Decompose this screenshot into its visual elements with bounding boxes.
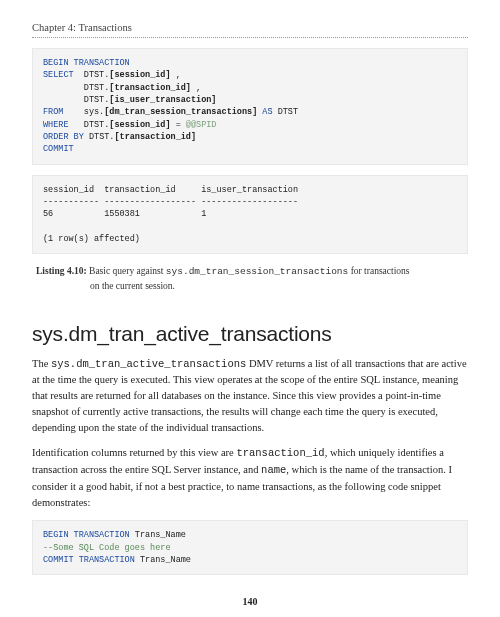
page-number: 140 xyxy=(0,596,500,607)
code-token: = xyxy=(171,120,186,130)
code-token: AS xyxy=(257,107,272,117)
result-row: 56 1550381 1 xyxy=(43,209,206,219)
chapter-header: Chapter 4: Transactions xyxy=(32,22,468,38)
code-token: SELECT xyxy=(43,70,74,80)
section-title: sys.dm_tran_active_transactions xyxy=(32,322,468,346)
code-token: [session_id] xyxy=(109,120,170,130)
body-paragraph-1: The sys.dm_tran_active_transactions DMV … xyxy=(32,356,468,436)
code-token: BEGIN xyxy=(43,58,69,68)
code-token: TRANSACTION xyxy=(69,58,130,68)
result-separator: ----------- ------------------ ---------… xyxy=(43,197,298,207)
code-token: [session_id] xyxy=(109,70,170,80)
code-token: [transaction_id] xyxy=(109,83,191,93)
code-token: DTST xyxy=(273,107,299,117)
code-block-2: BEGIN TRANSACTION Trans_Name --Some SQL … xyxy=(32,520,468,575)
text: Identification columns returned by this … xyxy=(32,447,236,458)
code-token: TRANSACTION xyxy=(69,530,130,540)
code-block-1: BEGIN TRANSACTION SELECT DTST.[session_i… xyxy=(32,48,468,165)
code-token: WHERE xyxy=(43,120,69,130)
code-token: Trans_Name xyxy=(130,530,186,540)
code-token: [is_user_transaction] xyxy=(109,95,216,105)
code-token: TRANSACTION xyxy=(74,555,135,565)
code-token: DTST. xyxy=(43,95,109,105)
inline-code: name xyxy=(261,464,286,476)
listing-text: Basic query against xyxy=(87,266,166,276)
code-token: DTST. xyxy=(84,132,115,142)
code-token: COMMIT xyxy=(43,144,74,154)
code-token: [transaction_id] xyxy=(114,132,196,142)
code-comment: --Some SQL Code goes here xyxy=(43,543,171,553)
inline-code: sys.dm_tran_active_transactions xyxy=(51,358,246,370)
code-token: sys. xyxy=(63,107,104,117)
listing-label: Listing 4.10: xyxy=(36,266,87,276)
code-token: DTST. xyxy=(43,83,109,93)
code-token: @@SPID xyxy=(186,120,217,130)
listing-mono: sys.dm_tran_session_transactions xyxy=(166,266,348,277)
code-token: BY xyxy=(69,132,84,142)
code-token: DTST. xyxy=(74,70,110,80)
result-footer: (1 row(s) affected) xyxy=(43,234,140,244)
listing-text-line2: on the current session. xyxy=(36,279,468,293)
code-token: DTST. xyxy=(69,120,110,130)
code-token: BEGIN xyxy=(43,530,69,540)
text: The xyxy=(32,358,51,369)
listing-text: for transactions xyxy=(348,266,409,276)
code-token: Trans_Name xyxy=(135,555,191,565)
code-token: , xyxy=(191,83,201,93)
inline-code: transaction_id xyxy=(236,447,324,459)
code-token: , xyxy=(171,70,181,80)
body-paragraph-2: Identification columns returned by this … xyxy=(32,445,468,510)
listing-caption: Listing 4.10: Basic query against sys.dm… xyxy=(32,264,468,294)
code-token: COMMIT xyxy=(43,555,74,565)
result-header: session_id transaction_id is_user_transa… xyxy=(43,185,298,195)
code-token: ORDER xyxy=(43,132,69,142)
result-block-1: session_id transaction_id is_user_transa… xyxy=(32,175,468,255)
code-token: [dm_tran_session_transactions] xyxy=(104,107,257,117)
code-token: FROM xyxy=(43,107,63,117)
